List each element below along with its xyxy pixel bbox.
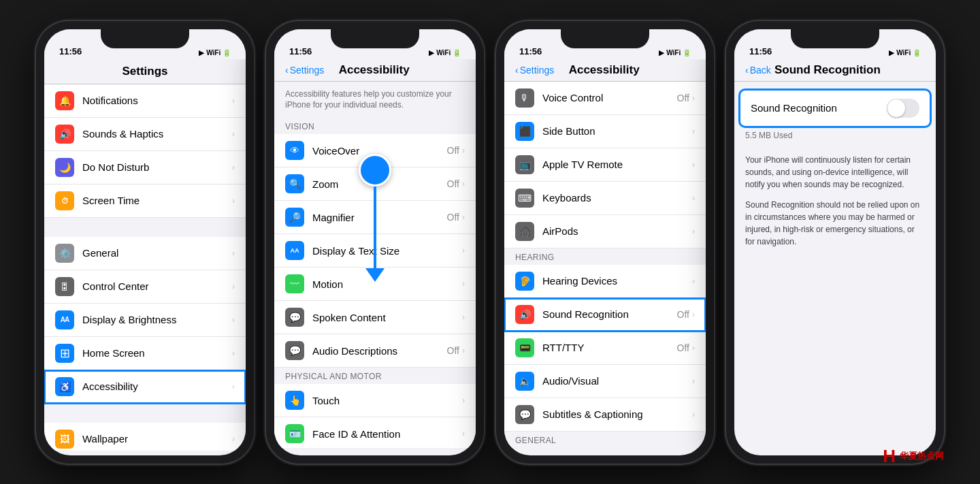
- phone4-body: 11:56 ▶ WiFi 🔋 ‹ Back Sound Recognition …: [726, 21, 944, 464]
- phone1-settings-list[interactable]: 🔔 Notifications › 🔊 Sounds & Haptics › 🌙…: [44, 84, 246, 451]
- p3-audio-visual[interactable]: 🔈 Audio/Visual ›: [504, 365, 706, 398]
- phone1-screen: 11:56 ▶ WiFi 🔋 Settings 🔔 Notifications …: [44, 29, 246, 455]
- phone1-dnd[interactable]: 🌙 Do Not Disturb ›: [44, 151, 246, 184]
- p3-side-button[interactable]: ⬛ Side Button ›: [504, 115, 706, 148]
- p2-audio-desc[interactable]: 💬 Audio Descriptions Off ›: [274, 334, 476, 368]
- sound-recognition-toggle-row[interactable]: Sound Recognition: [740, 90, 930, 127]
- p2-motion[interactable]: 〰 Motion ›: [274, 268, 476, 301]
- phone3-wrapper: 11:56 ▶ WiFi 🔋 ‹ Settings Accessibility: [496, 21, 714, 464]
- phone3-status-icons: ▶ WiFi 🔋: [659, 49, 691, 57]
- phone4-back-btn[interactable]: ‹ Back: [745, 65, 771, 76]
- p3-voice-control-icon: 🎙: [515, 88, 534, 108]
- display-text-size-icon: AA: [285, 241, 304, 260]
- p3-side-button-icon: ⬛: [515, 122, 534, 141]
- phone3-screen: 11:56 ▶ WiFi 🔋 ‹ Settings Accessibility: [504, 29, 706, 455]
- general-label: General: [82, 247, 232, 259]
- p2-faceid-attention[interactable]: 🪪 Face ID & Attention ›: [274, 417, 476, 447]
- spoken-content-icon: 💬: [285, 308, 304, 327]
- phone1-nav-header: Settings: [44, 59, 246, 84]
- p3-rtttty[interactable]: 📟 RTT/TTY Off ›: [504, 332, 706, 365]
- sounds-icon: 🔊: [55, 125, 74, 144]
- phone4-notch: [791, 29, 879, 48]
- p3-av-icon: 🔈: [515, 372, 534, 391]
- p3-airpods[interactable]: 🎧 AirPods ›: [504, 215, 706, 248]
- back-label: Settings: [290, 65, 325, 76]
- touch-icon: 👆: [285, 391, 304, 410]
- back-label4: Back: [750, 65, 771, 76]
- notifications-chevron: ›: [232, 96, 235, 106]
- phone1-accessibility[interactable]: ♿ Accessibility ›: [44, 370, 246, 404]
- phone1-sounds[interactable]: 🔊 Sounds & Haptics ›: [44, 118, 246, 151]
- toggle-knob: [887, 99, 905, 117]
- watermark-icon: H: [883, 446, 896, 467]
- phone2-back-btn[interactable]: ‹ Settings: [285, 65, 324, 76]
- phone2-vision-label: VISION: [274, 118, 476, 134]
- phone1-screentime[interactable]: ⏱ Screen Time ›: [44, 184, 246, 218]
- phone2-title: Accessibility: [324, 63, 424, 77]
- voiceover-icon: 👁: [285, 141, 304, 160]
- p3-appletv-icon: 📺: [515, 155, 534, 174]
- accessibility-label: Accessibility: [82, 381, 232, 392]
- phone3-back-btn[interactable]: ‹ Settings: [515, 65, 554, 76]
- p3-keyboards[interactable]: ⌨ Keyboards ›: [504, 182, 706, 215]
- audio-desc-icon: 💬: [285, 341, 304, 360]
- cc-icon: 🎛: [55, 277, 74, 296]
- desc-p1: Your iPhone will continuously listen for…: [745, 154, 925, 191]
- p3-voice-control[interactable]: 🎙 Voice Control Off ›: [504, 82, 706, 115]
- accessibility-icon: ♿: [55, 377, 74, 396]
- sounds-label: Sounds & Haptics: [82, 128, 232, 140]
- phone3-hearing-label: HEARING: [504, 248, 706, 265]
- cc-chevron: ›: [232, 282, 235, 291]
- phone2-physical-items: 👆 Touch › 🪪 Face ID & Attention › ⊞ Swit…: [274, 384, 476, 447]
- p2-magnifier[interactable]: 🔎 Magnifier Off ›: [274, 201, 476, 234]
- p3-subtitles[interactable]: 💬 Subtitles & Captioning ›: [504, 398, 706, 432]
- p2-spoken-content[interactable]: 💬 Spoken Content ›: [274, 301, 476, 334]
- p2-display-text-size[interactable]: AA Display & Text Size ›: [274, 234, 476, 268]
- watermark: H 华夏热点网: [883, 446, 944, 467]
- phone1-display[interactable]: AA Display & Brightness ›: [44, 304, 246, 337]
- p3-rtt-icon: 📟: [515, 338, 534, 357]
- p3-apple-tv[interactable]: 📺 Apple TV Remote ›: [504, 148, 706, 182]
- p3-keyboards-icon: ⌨: [515, 189, 534, 208]
- phone2-screen: 11:56 ▶ WiFi 🔋 ‹ Settings Accessibility …: [274, 29, 476, 455]
- cc-label: Control Center: [82, 280, 232, 292]
- phone1-section3: 🖼 Wallpaper › 🔍 Siri & Search › 🪪 Face I…: [44, 423, 246, 451]
- phone1-divider1: [44, 218, 246, 237]
- toggle-switch[interactable]: [887, 99, 919, 118]
- home-label: Home Screen: [82, 347, 232, 359]
- phone4-screen: 11:56 ▶ WiFi 🔋 ‹ Back Sound Recognition …: [734, 29, 936, 455]
- back-arrow4: ‹: [745, 65, 749, 76]
- phone1-wallpaper[interactable]: 🖼 Wallpaper ›: [44, 423, 246, 451]
- phone3-nav-header: ‹ Settings Accessibility: [504, 59, 706, 82]
- phone4-time: 11:56: [749, 46, 772, 57]
- phone1-notifications[interactable]: 🔔 Notifications ›: [44, 84, 246, 118]
- phone2-content[interactable]: Accessibility features help you customiz…: [274, 82, 476, 448]
- phone2-notch: [331, 29, 419, 48]
- phone1-control-center[interactable]: 🎛 Control Center ›: [44, 270, 246, 304]
- p3-sound-recognition[interactable]: 🔊 Sound Recognition Off ›: [504, 298, 706, 332]
- p3-hearing-icon: 🦻: [515, 272, 534, 291]
- back-arrow: ‹: [285, 65, 289, 76]
- general-icon: ⚙️: [55, 244, 74, 263]
- phone3-title: Accessibility: [554, 63, 654, 77]
- p2-touch[interactable]: 👆 Touch ›: [274, 384, 476, 417]
- accessibility-chevron: ›: [232, 382, 235, 391]
- phone2-intro: Accessibility features help you customiz…: [274, 82, 476, 118]
- p2-voiceover[interactable]: 👁 VoiceOver Off ›: [274, 134, 476, 167]
- wallpaper-icon: 🖼: [55, 430, 74, 449]
- phone3-content[interactable]: 🎙 Voice Control Off › ⬛ Side Button › 📺: [504, 82, 706, 448]
- phone1-general[interactable]: ⚙️ General ›: [44, 237, 246, 270]
- phone1-section1: 🔔 Notifications › 🔊 Sounds & Haptics › 🌙…: [44, 84, 246, 218]
- phone1-title: Settings: [55, 65, 235, 78]
- phone1-wrapper: 11:56 ▶ WiFi 🔋 Settings 🔔 Notifications …: [36, 21, 254, 464]
- home-icon: ⊞: [55, 344, 74, 363]
- phone4-title: Sound Recognition: [771, 63, 884, 77]
- phone1-divider2: [44, 404, 246, 423]
- p3-hearing-devices[interactable]: 🦻 Hearing Devices ›: [504, 265, 706, 298]
- phone3-hearing-items: 🦻 Hearing Devices › 🔊 Sound Recognition …: [504, 265, 706, 432]
- p2-zoom[interactable]: 🔍 Zoom Off ›: [274, 167, 476, 201]
- p3-sound-recognition-icon: 🔊: [515, 305, 534, 324]
- screentime-icon: ⏱: [55, 191, 74, 210]
- phone1-body: 11:56 ▶ WiFi 🔋 Settings 🔔 Notifications …: [36, 21, 254, 464]
- phone1-homescreen[interactable]: ⊞ Home Screen ›: [44, 337, 246, 370]
